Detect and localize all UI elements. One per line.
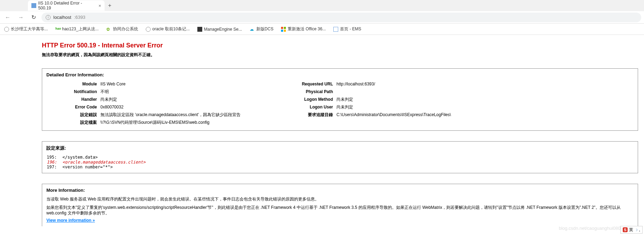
bookmark-label: 重新激活 Office 36... [288, 26, 326, 32]
url-port: :6393 [74, 15, 85, 20]
nav-bar: ← → ↻ i localhost:6393 [0, 11, 644, 24]
app-icon [197, 27, 202, 32]
config-source-section: 設定來源: 195: </system.data>196: <oracle.ma… [42, 141, 638, 173]
bookmark-label: oracle 取前10条记... [152, 26, 190, 32]
label-notification: Notification [46, 89, 100, 95]
svg-rect-3 [284, 30, 286, 32]
config-line: 197: <version number="*"> [46, 165, 634, 169]
detail-section: Detailed Error Information: ModuleIIS We… [42, 68, 638, 131]
moon-icon: ☽ [635, 228, 638, 232]
url-host: localhost [53, 15, 71, 20]
label-module: Module [46, 81, 100, 87]
label-trace-dir: 要求追蹤目錄 [282, 112, 336, 118]
config-line: 196: <oracle.manageddataaccess.client> [46, 160, 634, 165]
detail-left-col: ModuleIIS Web Core Notification不明 Handle… [46, 81, 241, 127]
ime-punct: , [639, 227, 640, 232]
globe-icon [146, 27, 151, 32]
bookmark-item[interactable]: oracle 取前10条记... [146, 26, 190, 32]
office-icon [281, 27, 286, 32]
value-requested-url: http://localhost:6393/ [336, 81, 375, 87]
svg-rect-0 [281, 27, 283, 29]
value-config-error: 無法讀取設定區段 'oracle.manageddataaccess.clien… [100, 112, 241, 118]
view-more-link[interactable]: View more information » [46, 218, 95, 223]
browser-tab[interactable]: IIS 10.0 Detailed Error - 500.19 × [28, 0, 105, 11]
new-tab-button[interactable]: + [105, 2, 115, 9]
page-icon [333, 27, 338, 32]
reload-button[interactable]: ↻ [29, 13, 38, 22]
bookmark-label: 长沙理工大学高等... [11, 26, 48, 32]
hao123-icon: hao [55, 27, 60, 32]
more-info-p1: 当读取 Web 服务器或 Web 应用程序的配置文件出现问题时，就会发生此错误。… [46, 196, 634, 202]
bookmark-item[interactable]: ☁新版DCS [250, 26, 273, 32]
value-notification: 不明 [100, 89, 109, 95]
close-icon[interactable]: × [98, 3, 101, 8]
more-info-section: More Information: 当读取 Web 服务器或 Web 应用程序的… [42, 184, 638, 226]
value-config-file: \\?\G:\SVN代码管理\Source\源码\Liv-EMS\EMS\web… [100, 119, 210, 126]
value-trace-dir: C:\Users\Administrator\Documents\IISExpr… [336, 112, 451, 118]
label-logon-user: Logon User [282, 104, 336, 110]
bookmark-label: 协同办公系统 [113, 26, 138, 32]
bookmark-item[interactable]: 长沙理工大学高等... [4, 26, 48, 32]
error-subtitle: 無法存取要求的網頁，因為與該網頁相關的設定資料不正確。 [42, 52, 644, 58]
bookmark-item[interactable]: haohao123_上网从这... [55, 26, 99, 32]
value-handler: 尚未判定 [100, 96, 117, 103]
value-logon-user: 尚未判定 [336, 104, 353, 110]
bookmark-bar: 长沙理工大学高等... haohao123_上网从这... ✿协同办公系统 or… [0, 24, 644, 35]
ime-brand-icon: S [623, 227, 627, 232]
value-logon-method: 尚未判定 [336, 96, 353, 103]
config-source-heading: 設定來源: [46, 145, 634, 151]
bookmark-item[interactable]: 重新激活 Office 36... [281, 26, 326, 32]
forward-button[interactable]: → [16, 13, 26, 22]
config-line: 195: </system.data> [46, 155, 634, 160]
label-logon-method: Logon Method [282, 96, 336, 103]
label-config-error: 設定錯誤 [46, 112, 100, 118]
svg-rect-1 [284, 27, 286, 29]
value-module: IIS Web Core [100, 81, 126, 87]
value-error-code: 0x80070032 [100, 104, 123, 110]
detail-right-col: Requested URLhttp://localhost:6393/ Phys… [282, 81, 451, 127]
label-requested-url: Requested URL [282, 81, 336, 87]
bookmark-label: hao123_上网从这... [62, 26, 99, 32]
label-physical-path: Physical Path [282, 89, 336, 95]
gear-icon: ✿ [106, 27, 111, 32]
label-config-file: 設定檔案 [46, 119, 100, 126]
more-info-heading: More Information: [46, 188, 634, 193]
bookmark-label: 新版DCS [256, 26, 273, 32]
detail-heading: Detailed Error Information: [46, 72, 634, 77]
more-info-p2: 如果您看到文本"定义了重复的'system.web.extensions/scr… [46, 205, 634, 216]
label-handler: Handler [46, 96, 100, 103]
ime-lang: 英 [629, 227, 633, 233]
ime-indicator[interactable]: S 英 ☽ , [620, 226, 643, 233]
bookmark-label: ManageEngine Se... [204, 27, 242, 32]
bookmark-item[interactable]: 首页 - EMS [333, 26, 361, 32]
error-title: HTTP Error 500.19 - Internal Server Erro… [42, 42, 644, 49]
config-source-code: 195: </system.data>196: <oracle.managedd… [46, 155, 634, 169]
browser-chrome: IIS 10.0 Detailed Error - 500.19 × + ← →… [0, 0, 644, 35]
tab-bar: IIS 10.0 Detailed Error - 500.19 × + [0, 0, 644, 11]
globe-icon [4, 27, 9, 32]
tab-title: IIS 10.0 Detailed Error - 500.19 [38, 1, 94, 10]
error-page: HTTP Error 500.19 - Internal Server Erro… [0, 35, 644, 233]
tab-favicon [31, 3, 36, 8]
cloud-icon: ☁ [250, 27, 255, 32]
svg-rect-2 [281, 30, 283, 32]
bookmark-item[interactable]: ManageEngine Se... [197, 27, 242, 32]
back-button[interactable]: ← [3, 13, 13, 22]
bookmark-item[interactable]: ✿协同办公系统 [106, 26, 138, 32]
address-bar[interactable]: i localhost:6393 [41, 13, 641, 22]
label-error-code: Error Code [46, 104, 100, 110]
bookmark-label: 首页 - EMS [340, 26, 361, 32]
site-info-icon[interactable]: i [46, 15, 51, 20]
